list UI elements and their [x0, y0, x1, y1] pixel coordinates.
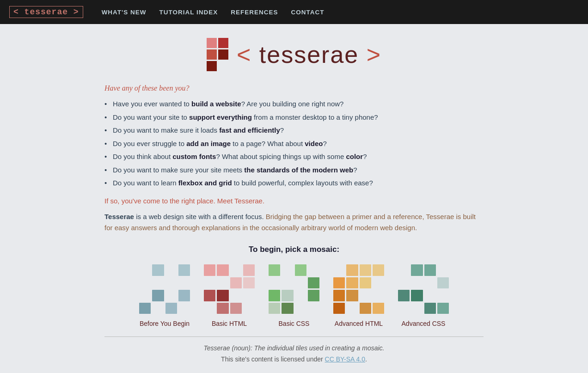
bullet-list: Have you ever wanted to build a website?… — [104, 99, 484, 189]
navbar: < tesserae > WHAT'S NEW TUTORIAL INDEX R… — [0, 0, 588, 24]
mosaic-cell — [243, 277, 255, 289]
pick-mosaic-label: To begin, pick a mosaic: — [104, 245, 484, 254]
mosaic-cell — [178, 290, 190, 301]
mosaic-grid-before-you-begin — [139, 264, 190, 315]
mosaic-cards-row: Before You BeginBasic HTMLBasic CSSAdvan… — [104, 264, 484, 327]
mosaic-card-label: Advanced HTML — [335, 320, 383, 327]
mosaic-card-advanced-css[interactable]: Advanced CSS — [398, 264, 449, 327]
nav-links: WHAT'S NEW TUTORIAL INDEX REFERENCES CON… — [102, 9, 325, 16]
logo-tile-2 — [218, 38, 228, 48]
mosaic-cell — [152, 303, 164, 314]
mosaic-cell — [165, 264, 177, 276]
description-text: Tesserae is a web design site with a dif… — [104, 211, 484, 234]
mosaic-cell — [360, 290, 371, 301]
mosaic-grid-basic-css — [269, 264, 319, 315]
mosaic-cell — [295, 303, 306, 314]
mosaic-cell — [217, 277, 228, 289]
bullet-item-3: Do you want to make sure it loads fast a… — [104, 125, 484, 136]
mosaic-cell — [230, 303, 242, 314]
mosaic-cell — [230, 264, 242, 276]
mosaic-card-label: Basic CSS — [279, 320, 310, 327]
logo-tile-1 — [207, 38, 217, 48]
mosaic-cell — [424, 290, 436, 301]
mosaic-cell — [424, 264, 436, 276]
if-so-text: If so, you've come to the right place. M… — [104, 197, 484, 205]
mosaic-cell — [204, 264, 215, 276]
bullet-item-6: Do you want to make sure your site meets… — [104, 165, 484, 176]
mosaic-cell — [139, 290, 151, 301]
mosaic-cell — [333, 290, 345, 301]
footer-license-link[interactable]: CC BY-SA 4.0 — [325, 355, 365, 363]
mosaic-cell — [204, 303, 215, 314]
mosaic-card-label: Advanced CSS — [402, 320, 446, 327]
mosaic-cell — [139, 264, 151, 276]
site-title: < tesserae > — [237, 41, 381, 68]
mosaic-cell — [152, 290, 164, 301]
mosaic-cell — [282, 303, 293, 314]
mosaic-cell — [424, 303, 436, 314]
mosaic-card-advanced-html[interactable]: Advanced HTML — [333, 264, 384, 327]
mosaic-cell — [360, 303, 371, 314]
mosaic-cell — [308, 290, 319, 301]
mosaic-cell — [243, 303, 255, 314]
mosaic-card-label: Before You Begin — [140, 320, 190, 327]
nav-link-contact[interactable]: CONTACT — [291, 9, 325, 16]
footer-def-text: (noun): The individual tiles used in cre… — [232, 344, 385, 352]
mosaic-cell — [373, 290, 384, 301]
bullet-item-7: Do you want to learn flexbox and grid to… — [104, 178, 484, 189]
mosaic-cell — [308, 264, 319, 276]
mosaic-cell — [333, 264, 345, 276]
bullet-item-2: Do you want your site to support everyth… — [104, 112, 484, 123]
mosaic-cell — [411, 303, 423, 314]
footer-license: This site's content is licensed under CC… — [104, 355, 484, 363]
mosaic-cell — [139, 303, 151, 314]
nav-link-whats-new[interactable]: WHAT'S NEW — [102, 9, 147, 16]
mosaic-cell — [373, 277, 384, 289]
intro-question: Have any of these been you? — [104, 84, 484, 92]
mosaic-cell — [373, 264, 384, 276]
mosaic-cell — [360, 264, 371, 276]
nav-link-tutorial-index[interactable]: TUTORIAL INDEX — [159, 9, 218, 16]
mosaic-cell — [282, 277, 293, 289]
mosaic-grid-advanced-html — [333, 264, 384, 315]
mosaic-cell — [165, 290, 177, 301]
main-content: < tesserae > Have any of these been you?… — [95, 24, 493, 373]
mosaic-cell — [295, 290, 306, 301]
footer-brand-italic: Tesserae — [204, 344, 230, 352]
mosaic-cell — [411, 277, 423, 289]
mosaic-card-basic-html[interactable]: Basic HTML — [204, 264, 255, 327]
logo-tile-3 — [207, 49, 217, 60]
mosaic-cell — [346, 303, 358, 314]
mosaic-cell — [269, 264, 280, 276]
mosaic-cell — [178, 264, 190, 276]
nav-logo[interactable]: < tesserae > — [9, 6, 83, 18]
mosaic-cell — [308, 303, 319, 314]
mosaic-cell — [217, 290, 228, 301]
mosaic-card-label: Basic HTML — [212, 320, 247, 327]
mosaic-cell — [398, 290, 410, 301]
mosaic-cell — [230, 277, 242, 289]
mosaic-cell — [346, 264, 358, 276]
nav-link-references[interactable]: REFERENCES — [231, 9, 278, 16]
footer-license-text: This site's content is licensed under — [221, 355, 325, 363]
mosaic-cell — [398, 277, 410, 289]
mosaic-cell — [165, 303, 177, 314]
mosaic-card-basic-css[interactable]: Basic CSS — [269, 264, 319, 327]
mosaic-cell — [243, 290, 255, 301]
mosaic-cell — [204, 290, 215, 301]
mosaic-cell — [243, 264, 255, 276]
mosaic-cell — [269, 303, 280, 314]
page-footer: Tesserae (noun): The individual tiles us… — [104, 336, 484, 363]
logo-tile-4 — [218, 49, 228, 60]
mosaic-cell — [411, 264, 423, 276]
footer-definition: Tesserae (noun): The individual tiles us… — [104, 344, 484, 352]
mosaic-card-before-you-begin[interactable]: Before You Begin — [139, 264, 190, 327]
title-bracket-open: < — [237, 41, 251, 68]
bullet-item-1: Have you ever wanted to build a website?… — [104, 99, 484, 110]
mosaic-cell — [152, 264, 164, 276]
bullet-item-5: Do you think about custom fonts? What ab… — [104, 152, 484, 162]
mosaic-cell — [373, 303, 384, 314]
mosaic-cell — [282, 264, 293, 276]
mosaic-cell — [411, 290, 423, 301]
bullet-item-4: Do you ever struggle to add an image to … — [104, 139, 484, 149]
